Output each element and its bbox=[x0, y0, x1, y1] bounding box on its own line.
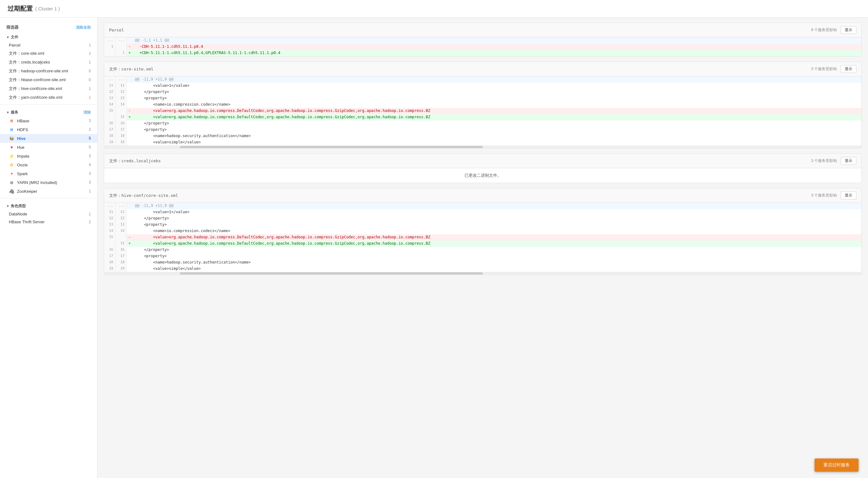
affected-count-parcel: 9 个服务受影响 bbox=[811, 27, 837, 33]
diff-line: 1111 <value>1</value> bbox=[104, 83, 861, 89]
show-btn-parcel[interactable]: 显示 bbox=[841, 26, 856, 34]
diff-line: 1616 </property> bbox=[104, 247, 861, 253]
sidebar: 筛选器 清除全部 ▼ 文件 Parcel 1 文件：core-site.xml … bbox=[0, 18, 97, 478]
diff-line: 15 + <value>org.apache.hadoop.io.compres… bbox=[104, 241, 861, 247]
service-group-header: ▼ 服务 清除 bbox=[0, 107, 97, 116]
restart-btn[interactable]: 重启过时服务 bbox=[814, 458, 859, 472]
diff-line: 1616 </property> bbox=[104, 121, 861, 127]
sidebar-service-hive[interactable]: 🐝 Hive 5 bbox=[0, 134, 97, 143]
diff-line: 1818 <name>hadoop.security.authenticatio… bbox=[104, 259, 861, 266]
sidebar-item-yarn-conf-core-site[interactable]: 文件：yarn-conf/core-site.xml 1 bbox=[0, 93, 97, 102]
sidebar-role-hbase-thrift[interactable]: HBase Thrift Server 2 bbox=[0, 218, 97, 226]
hue-icon: ♥ bbox=[9, 145, 14, 150]
sidebar-item-creds-localjceks[interactable]: 文件：creds.localjceks 1 bbox=[0, 58, 97, 67]
diff-line: ... ... @@ -11,9 +11,9 @@ bbox=[104, 76, 861, 83]
sidebar-service-oozie[interactable]: ⚙ Oozie 4 bbox=[0, 160, 97, 169]
binary-message: 已更改二进制文件。 bbox=[465, 173, 501, 178]
filter-title: 筛选器 bbox=[6, 25, 19, 30]
diff-line: 1717 <property> bbox=[104, 253, 861, 259]
sidebar-item-hbase-conf-core-site[interactable]: 文件：hbase-conf/core-site.xml 0 bbox=[0, 75, 97, 84]
diff-title-hive-conf: 文件：hive-conf/core-site.xml bbox=[109, 193, 178, 198]
diff-line: ... ... @@ -11,9 +11,9 @@ bbox=[104, 203, 861, 209]
service-clear-btn[interactable]: 清除 bbox=[83, 110, 91, 115]
sidebar-service-zookeeper[interactable]: 🦓 ZooKeeper 1 bbox=[0, 187, 97, 196]
sidebar-service-hbase[interactable]: H HBase 3 bbox=[0, 116, 97, 125]
page-title: 过期配置 bbox=[7, 4, 33, 13]
diff-line: 15 - <value>org.apache.hadoop.io.compres… bbox=[104, 234, 861, 241]
page-header: 过期配置 ( Cluster 1 ) bbox=[0, 0, 868, 18]
sidebar-item-hadoop-conf-core-site[interactable]: 文件：hadoop-conf/core-site.xml 0 bbox=[0, 67, 97, 75]
sidebar-service-spark[interactable]: ✦ Spark 3 bbox=[0, 169, 97, 178]
content-area: Parcel 9 个服务受影响 显示 ... ... @@ -1,1 +1,1 … bbox=[97, 18, 868, 478]
file-group-header: ▼ 文件 bbox=[0, 32, 97, 41]
affected-count-creds: 3 个服务受影响 bbox=[811, 158, 837, 163]
sidebar-service-hdfs[interactable]: H HDFS 2 bbox=[0, 125, 97, 134]
sidebar-item-parcel[interactable]: Parcel 1 bbox=[0, 41, 97, 49]
diff-title-creds: 文件：creds.localjceks bbox=[109, 158, 161, 164]
diff-line: 1 + +CDH-5.11.1-1.cdh5.11.1.p0.4,GPLEXTR… bbox=[104, 50, 861, 56]
show-btn-core-site[interactable]: 显示 bbox=[841, 65, 856, 73]
cluster-label: ( Cluster 1 ) bbox=[35, 6, 60, 11]
diff-line: 15 - <value>org.apache.hadoop.io.compres… bbox=[104, 108, 861, 114]
chevron-down-icon: ▼ bbox=[6, 35, 9, 39]
diff-line: ... ... @@ -1,1 +1,1 @@ bbox=[104, 37, 861, 44]
diff-line: 1212 </property> bbox=[104, 89, 861, 95]
sidebar-service-impala[interactable]: ⚡ Impala 3 bbox=[0, 152, 97, 160]
diff-title-parcel: Parcel bbox=[109, 28, 124, 32]
diff-block-creds: 文件：creds.localjceks 3 个服务受影响 显示 已更改二进制文件… bbox=[104, 154, 862, 183]
diff-block-hive-conf: 文件：hive-conf/core-site.xml 3 个服务受影响 显示 .… bbox=[104, 188, 862, 275]
diff-line: 1313 <property> bbox=[104, 95, 861, 102]
diff-line: 1 - -CDH-5.11.1-1.cdh5.11.1.p0.4 bbox=[104, 44, 861, 50]
diff-title-core-site: 文件：core-site.xml bbox=[109, 66, 153, 72]
sidebar-role-datanode[interactable]: DataNode 1 bbox=[0, 210, 97, 218]
diff-line: 1111 <value>1</value> bbox=[104, 209, 861, 215]
sidebar-item-core-site-xml[interactable]: 文件：core-site.xml 1 bbox=[0, 49, 97, 58]
yarn-icon: ▦ bbox=[9, 180, 14, 185]
sidebar-service-hue[interactable]: ♥ Hue 5 bbox=[0, 143, 97, 152]
zookeeper-icon: 🦓 bbox=[9, 188, 14, 194]
affected-count-core-site: 3 个服务受影响 bbox=[811, 66, 837, 72]
sidebar-item-hive-conf-core-site[interactable]: 文件：hive-conf/core-site.xml 1 bbox=[0, 84, 97, 93]
chevron-down-icon-role: ▼ bbox=[6, 204, 9, 208]
role-group-header: ▼ 角色类型 bbox=[0, 201, 97, 210]
hdfs-icon: H bbox=[9, 127, 14, 132]
show-btn-creds[interactable]: 显示 bbox=[841, 157, 856, 165]
show-btn-hive-conf[interactable]: 显示 bbox=[841, 192, 856, 199]
spark-icon: ✦ bbox=[9, 171, 14, 177]
oozie-icon: ⚙ bbox=[9, 162, 14, 168]
bottom-bar: 重启过时服务 bbox=[814, 458, 859, 472]
diff-block-parcel: Parcel 9 个服务受影响 显示 ... ... @@ -1,1 +1,1 … bbox=[104, 23, 862, 57]
sidebar-service-yarn[interactable]: ▦ YARN (MR2 Included) 3 bbox=[0, 178, 97, 187]
hive-icon: 🐝 bbox=[9, 135, 14, 141]
diff-line: 1919 <value>simple</value> bbox=[104, 266, 861, 272]
diff-line: 1313 <property> bbox=[104, 222, 861, 228]
diff-line: 1717 <property> bbox=[104, 127, 861, 133]
impala-icon: ⚡ bbox=[9, 153, 14, 159]
diff-line: 15 + <value>org.apache.hadoop.io.compres… bbox=[104, 114, 861, 121]
diff-line: 1414 <name>io.compression.codecs</name> bbox=[104, 228, 861, 234]
diff-line: 1818 <name>hadoop.security.authenticatio… bbox=[104, 133, 861, 139]
diff-line: 1919 <value>simple</value> bbox=[104, 139, 861, 146]
clear-all-btn[interactable]: 清除全部 bbox=[76, 25, 91, 30]
diff-line: 1212 </property> bbox=[104, 215, 861, 222]
hbase-icon: H bbox=[9, 118, 14, 124]
diff-block-core-site: 文件：core-site.xml 3 个服务受影响 显示 ... ... @@ … bbox=[104, 62, 862, 149]
diff-line: 1414 <name>io.compression.codecs</name> bbox=[104, 102, 861, 108]
affected-count-hive-conf: 3 个服务受影响 bbox=[811, 193, 837, 198]
chevron-down-icon-service: ▼ bbox=[6, 111, 9, 114]
